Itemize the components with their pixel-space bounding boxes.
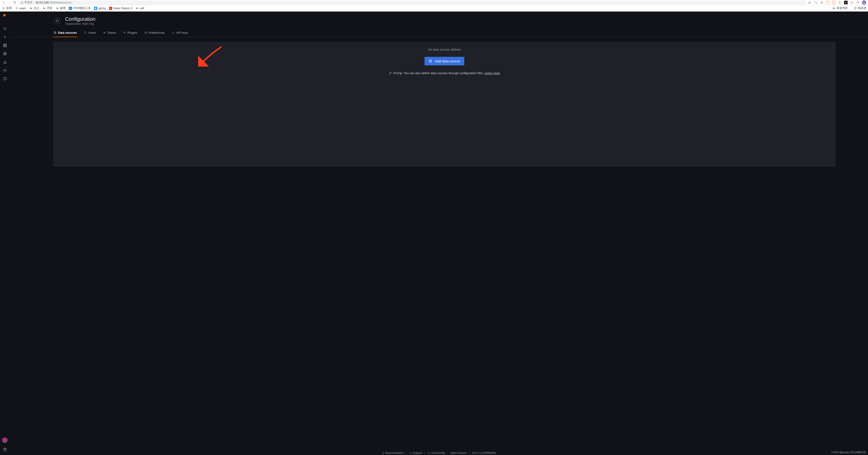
svg-rect-4 bbox=[2, 8, 3, 8]
page-header: Configuration Organization: Main Org. bbox=[10, 16, 868, 28]
key-icon bbox=[172, 31, 175, 34]
password-key-icon[interactable] bbox=[808, 1, 812, 4]
ext-icon-2[interactable]: ✕ bbox=[832, 1, 836, 4]
bookmark-label: self bbox=[140, 7, 144, 10]
svg-point-11 bbox=[17, 8, 17, 8]
bookmark-label: 办公 bbox=[34, 6, 39, 10]
reading-list-icon bbox=[854, 7, 857, 10]
tab-users[interactable]: Users bbox=[83, 29, 97, 37]
bm-folder-office[interactable]: 办公 bbox=[29, 6, 39, 10]
url-bar[interactable]: 不安全 10.0.0.100:3000/datasources bbox=[19, 0, 806, 5]
tile-icon: ▣ bbox=[94, 7, 97, 10]
warning-icon bbox=[21, 1, 23, 4]
sidebar-user-avatar[interactable] bbox=[2, 437, 8, 443]
star-icon[interactable] bbox=[820, 1, 824, 4]
tab-label: Preferences bbox=[149, 31, 165, 34]
page: Configuration Organization: Main Org. Da… bbox=[10, 11, 868, 455]
svg-point-22 bbox=[54, 32, 56, 32]
page-title: Configuration bbox=[65, 16, 95, 22]
bm-qyzhg[interactable]: ▣ qyzhg bbox=[94, 7, 106, 10]
bm-apps[interactable]: 应用 bbox=[2, 6, 12, 10]
ext-icon-1[interactable]: ⧉ bbox=[826, 1, 830, 4]
sidebar-configuration-button[interactable] bbox=[1, 66, 9, 74]
watermark: CSDN @qyzhg->写点博客玩玩 bbox=[831, 451, 866, 454]
svg-point-18 bbox=[3, 52, 6, 55]
extensions-icon[interactable] bbox=[856, 1, 860, 4]
footer-support[interactable]: Support bbox=[409, 451, 422, 455]
tab-plugins[interactable]: Plugins bbox=[123, 29, 138, 37]
svg-point-23 bbox=[85, 32, 86, 33]
gear-icon bbox=[53, 17, 61, 25]
svg-point-25 bbox=[105, 32, 105, 33]
sidebar-explore-button[interactable] bbox=[1, 50, 9, 58]
bm-other-bookmarks[interactable]: 其他书签 bbox=[832, 6, 848, 10]
add-data-source-button[interactable]: Add data source bbox=[425, 57, 464, 65]
sidebar-alerting-button[interactable] bbox=[1, 58, 9, 66]
bookmark-label: 渗透 bbox=[60, 6, 66, 10]
bookmarks-bar: 应用 searx 办公 开发 渗透 ᨒ HCM测试工具 ▣ qyzhg ● No… bbox=[0, 5, 868, 11]
nav-back-button[interactable] bbox=[2, 1, 5, 4]
nav-forward-button[interactable] bbox=[7, 1, 11, 4]
svg-rect-8 bbox=[3, 9, 4, 9]
footer: Documentation | Support | Community | Op… bbox=[10, 451, 868, 455]
bm-notes[interactable]: ● Notes Station 3 bbox=[109, 7, 132, 10]
footer-opensource[interactable]: Open Source bbox=[451, 451, 467, 455]
tab-preferences[interactable]: Preferences bbox=[144, 29, 165, 37]
sidebar-help-button[interactable] bbox=[1, 445, 9, 454]
svg-rect-1 bbox=[2, 7, 3, 8]
svg-rect-6 bbox=[4, 8, 5, 8]
bookmark-label: 其他书签 bbox=[837, 6, 848, 10]
svg-rect-33 bbox=[428, 452, 430, 454]
folder-icon bbox=[832, 7, 835, 10]
sidebar-search-button[interactable] bbox=[1, 25, 9, 33]
support-icon bbox=[409, 452, 412, 454]
site-security-indicator[interactable]: 不安全 bbox=[21, 0, 33, 4]
rocket-icon bbox=[389, 71, 392, 74]
empty-panel: No data sources defined Add data source … bbox=[53, 42, 836, 166]
ext-icon-terminal[interactable]: ▸ bbox=[844, 1, 848, 4]
bookmark-label: searx bbox=[20, 7, 26, 10]
bm-folder-pentest[interactable]: 渗透 bbox=[56, 6, 66, 10]
ext-icon-c[interactable]: C bbox=[838, 1, 842, 4]
tab-datasources[interactable]: Data sources bbox=[53, 29, 78, 37]
bm-folder-self[interactable]: self bbox=[135, 7, 144, 10]
apps-grid-icon bbox=[2, 7, 5, 10]
protip-link[interactable]: Learn more bbox=[485, 71, 500, 75]
tab-apikeys[interactable]: API keys bbox=[172, 29, 188, 37]
url-text: 10.0.0.100:3000/datasources bbox=[36, 1, 71, 4]
svg-rect-5 bbox=[3, 8, 4, 8]
bookmark-label: 阅读清 bbox=[858, 6, 866, 10]
bm-hcm[interactable]: ᨒ HCM测试工具 bbox=[69, 6, 91, 10]
folder-icon bbox=[56, 7, 59, 10]
bookmark-label: Notes Station 3 bbox=[114, 7, 132, 10]
page-subtitle: Organization: Main Org. bbox=[65, 22, 95, 25]
footer-doc[interactable]: Documentation bbox=[381, 451, 404, 455]
sidebar bbox=[0, 11, 10, 455]
sidebar-admin-button[interactable] bbox=[1, 74, 9, 83]
sidebar-create-button[interactable] bbox=[1, 33, 9, 41]
svg-point-28 bbox=[146, 33, 147, 33]
svg-point-30 bbox=[429, 60, 431, 61]
svg-point-29 bbox=[172, 33, 173, 33]
tab-teams[interactable]: Teams bbox=[102, 29, 117, 37]
bm-searx[interactable]: searx bbox=[15, 7, 26, 10]
bm-separator bbox=[850, 6, 851, 10]
svg-rect-7 bbox=[2, 9, 3, 9]
bm-reading-list[interactable]: 阅读清 bbox=[854, 6, 866, 10]
footer-community[interactable]: Community bbox=[428, 451, 445, 455]
svg-point-0 bbox=[809, 2, 810, 3]
database-icon bbox=[429, 59, 432, 63]
nav-reload-button[interactable] bbox=[13, 1, 17, 4]
profile-avatar[interactable]: qy bbox=[862, 0, 866, 5]
protip-text: ProTip: You can also define data sources… bbox=[393, 71, 485, 75]
content: No data sources defined Add data source … bbox=[10, 37, 868, 176]
grafana-logo[interactable] bbox=[2, 13, 8, 19]
translate-icon[interactable] bbox=[814, 1, 818, 4]
ext-icon-braces[interactable]: { } bbox=[850, 1, 854, 4]
bm-separator bbox=[829, 6, 830, 10]
svg-rect-16 bbox=[3, 46, 5, 47]
bm-folder-dev[interactable]: 开发 bbox=[42, 6, 53, 10]
sidebar-dashboards-button[interactable] bbox=[1, 41, 9, 50]
community-icon bbox=[428, 452, 430, 454]
folder-icon bbox=[29, 7, 33, 10]
